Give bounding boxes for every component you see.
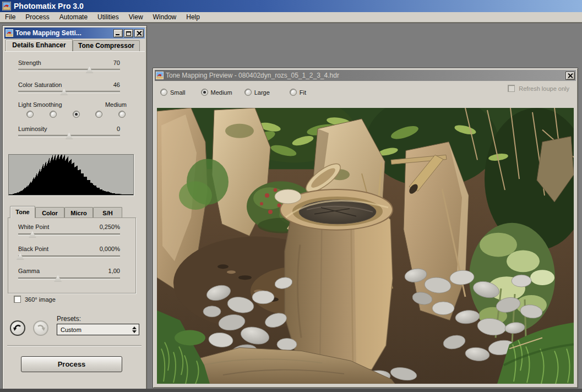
zoom-option-fit[interactable]: Fit	[290, 89, 306, 96]
app-icon	[2, 2, 11, 10]
maximize-icon	[126, 31, 131, 36]
gamma-slider[interactable]	[18, 277, 120, 280]
presets-value: Custom	[61, 326, 81, 333]
zoom-label-large: Large	[254, 89, 270, 96]
undo-button[interactable]	[10, 320, 25, 336]
preview-close-button[interactable]	[565, 72, 575, 80]
light-smoothing-radio-5[interactable]	[118, 111, 126, 118]
tab-sh[interactable]: S/H	[93, 207, 122, 218]
strength-label: Strength	[18, 59, 41, 66]
light-smoothing-radio-2[interactable]	[50, 111, 57, 118]
menu-utilities[interactable]: Utilities	[93, 13, 124, 22]
light-smoothing-row: Light Smoothing Medium	[18, 101, 127, 108]
presets-dropdown[interactable]: Custom	[57, 324, 139, 335]
settings-maximize-button[interactable]	[124, 29, 133, 37]
checkbox-360-row: 360° image	[14, 296, 56, 303]
zoom-radio-medium[interactable]	[201, 89, 208, 96]
light-smoothing-label: Light Smoothing	[18, 101, 62, 108]
settings-minimize-button[interactable]	[113, 29, 123, 37]
zoom-label-medium: Medium	[211, 89, 232, 96]
white-point-label: White Point	[18, 224, 49, 230]
saturation-value: 46	[113, 81, 120, 88]
process-button[interactable]: Process	[21, 356, 122, 372]
presets-label: Presets:	[57, 315, 81, 323]
menu-automate[interactable]: Automate	[55, 13, 93, 22]
zoom-label-small: Small	[170, 89, 186, 96]
tab-tone-compressor[interactable]: Tone Compressor	[73, 40, 140, 51]
preview-titlebar[interactable]: Tone Mapping Preview - 080402dyn_rozs_05…	[155, 70, 576, 81]
preview-controls: Small Medium Large Fit Refresh loupe onl…	[155, 81, 576, 108]
gamma-value: 1,00	[108, 268, 120, 274]
white-point-row: White Point 0,250%	[18, 224, 120, 230]
light-smoothing-radio-4[interactable]	[95, 111, 102, 118]
minimize-icon	[116, 34, 119, 35]
menu-file[interactable]: File	[0, 13, 20, 22]
light-smoothing-radio-1[interactable]	[26, 111, 34, 118]
white-point-slider[interactable]	[18, 233, 120, 236]
redo-icon	[35, 323, 46, 334]
zoom-radio-large[interactable]	[244, 89, 252, 96]
histogram	[8, 154, 134, 195]
luminosity-label: Luminosity	[18, 126, 47, 132]
luminosity-slider-thumb[interactable]	[66, 133, 73, 139]
preview-photo	[157, 108, 574, 384]
settings-window-title: Tone Mapping Setti...	[15, 29, 112, 37]
light-smoothing-value: Medium	[105, 101, 127, 108]
divider	[7, 345, 142, 346]
zoom-option-small[interactable]: Small	[160, 89, 186, 96]
saturation-row: Color Saturation 46	[18, 81, 120, 88]
menu-process[interactable]: Process	[20, 13, 54, 22]
checkbox-360-label: 360° image	[25, 296, 56, 303]
settings-window-icon	[6, 29, 13, 37]
refresh-loupe-row: Refresh loupe only	[508, 85, 569, 92]
redo-button[interactable]	[33, 320, 48, 336]
preview-window-icon	[156, 72, 164, 79]
black-point-row: Black Point 0,000%	[18, 246, 120, 252]
gamma-row: Gamma 1,00	[18, 268, 120, 274]
settings-window: Tone Mapping Setti... Details Enhancer T…	[2, 25, 147, 391]
tab-details-enhancer[interactable]: Details Enhancer	[6, 39, 73, 51]
saturation-label: Color Saturation	[18, 81, 62, 88]
settings-close-button[interactable]	[134, 29, 144, 37]
settings-titlebar[interactable]: Tone Mapping Setti...	[4, 28, 145, 39]
zoom-radio-small[interactable]	[160, 89, 167, 96]
luminosity-row: Luminosity 0	[18, 126, 120, 132]
dropdown-spinner-icon	[132, 326, 137, 333]
tab-color[interactable]: Color	[35, 207, 64, 218]
light-smoothing-radio-3[interactable]	[73, 111, 80, 118]
refresh-loupe-label: Refresh loupe only	[519, 85, 569, 92]
menu-help[interactable]: Help	[181, 13, 205, 22]
menu-bar: File Process Automate Utilities View Win…	[0, 12, 582, 23]
preview-photo-area	[157, 108, 574, 384]
white-point-value: 0,250%	[100, 224, 120, 230]
menu-window[interactable]: Window	[148, 13, 182, 22]
strength-slider[interactable]	[18, 69, 120, 71]
zoom-label-fit: Fit	[300, 89, 306, 96]
luminosity-slider[interactable]	[18, 135, 120, 137]
saturation-slider-thumb[interactable]	[60, 89, 68, 95]
preview-window-title: Tone Mapping Preview - 080402dyn_rozs_05…	[166, 72, 564, 79]
light-smoothing-radios	[26, 111, 126, 118]
zoom-option-medium[interactable]: Medium	[201, 89, 232, 96]
undo-icon	[12, 323, 23, 334]
checkbox-360[interactable]	[14, 296, 21, 303]
tone-tab-bar: Tone Color Micro S/H	[10, 206, 122, 218]
zoom-radio-fit[interactable]	[290, 89, 297, 96]
zoom-option-large[interactable]: Large	[244, 89, 270, 96]
luminosity-value: 0	[117, 126, 120, 132]
menu-view[interactable]: View	[124, 13, 148, 22]
black-point-slider[interactable]	[18, 255, 120, 258]
refresh-loupe-checkbox[interactable]	[508, 85, 515, 92]
strength-value: 70	[113, 59, 120, 66]
tab-tone[interactable]: Tone	[10, 206, 35, 218]
details-enhancer-panel: Strength 70 Color Saturation 46 Light Sm…	[4, 51, 145, 390]
window-bottom-edge	[0, 389, 582, 392]
strength-slider-thumb[interactable]	[86, 67, 94, 73]
app-titlebar[interactable]: Photomatix Pro 3.0	[0, 0, 582, 12]
saturation-slider[interactable]	[18, 91, 120, 93]
black-point-label: Black Point	[18, 246, 48, 252]
app-title: Photomatix Pro 3.0	[14, 2, 84, 10]
strength-row: Strength 70	[18, 59, 120, 66]
tab-micro[interactable]: Micro	[64, 207, 93, 218]
black-point-value: 0,000%	[100, 246, 120, 252]
